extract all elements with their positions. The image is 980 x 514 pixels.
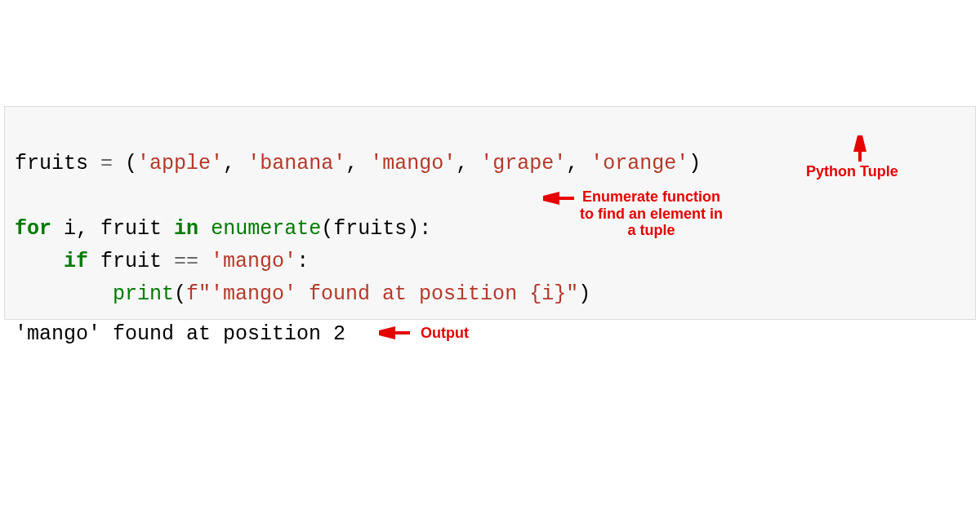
code-comma: , [566,152,578,175]
code-fstring: f"'mango' found at position [186,282,529,306]
code-keyword: in [174,217,198,241]
code-var: fruit [100,217,162,241]
paren-open: ( [174,282,186,306]
code-string: 'grape' [480,152,566,175]
arrow-left-icon [543,192,576,205]
code-string: 'banana' [247,152,345,175]
code-var: fruits [15,152,88,175]
code-fexpr: {i} [529,282,566,306]
code-op: = [100,152,113,175]
code-block: fruits = ('apple', 'banana', 'mango', 'g… [4,106,976,320]
annotation-output: Output [421,325,469,342]
code-string: 'apple' [137,152,223,175]
code-comma: , [456,152,468,175]
code-arg: fruits [333,217,407,241]
code-comma: , [345,152,358,175]
paren-close: ) [578,282,590,306]
code-comma: , [223,152,235,175]
arrow-left-icon [379,326,412,339]
code-function: print [113,282,174,306]
paren-open: ( [125,152,137,175]
paren-close: ): [407,217,431,241]
code-comma: , [76,217,88,241]
code-fstring-end: " [566,282,578,306]
annotation-tuple: Python Tuple [806,163,898,180]
code-op: == [174,250,198,273]
paren-open: ( [321,217,333,241]
code-var: i [64,217,76,241]
code-string: 'mango' [370,152,456,175]
arrow-up-icon [851,135,869,163]
code-keyword: if [64,250,88,273]
code-keyword: for [15,217,51,241]
annotation-enumerate: Enumerate function to find an element in… [580,188,723,239]
paren-close: ) [688,152,701,175]
code-string: 'mango' [211,250,296,273]
output-text: 'mango' found at position 2 [15,322,345,346]
code-function: enumerate [211,217,321,241]
code-var: fruit [100,250,162,273]
code-colon: : [296,250,309,273]
code-string: 'orange' [590,152,688,175]
